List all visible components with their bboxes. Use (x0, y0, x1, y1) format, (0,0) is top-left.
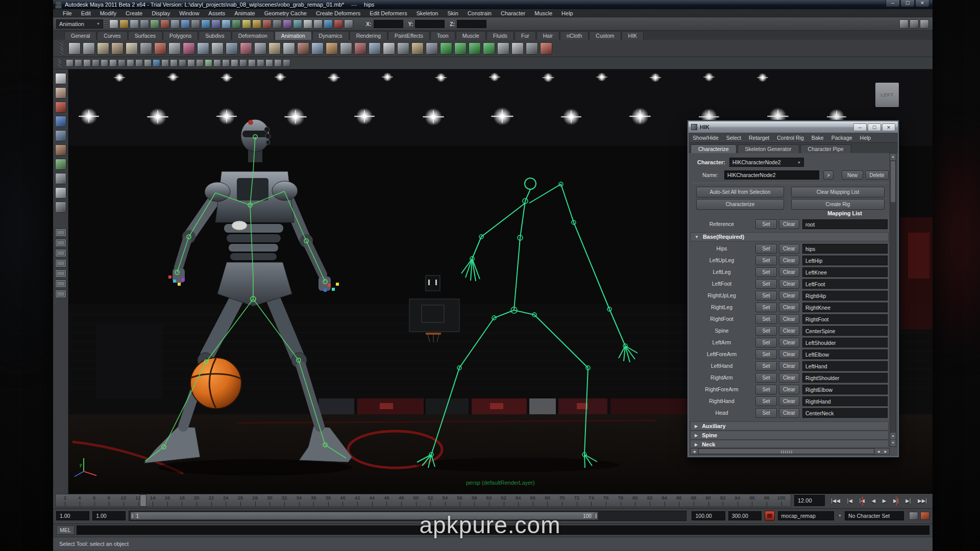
mapping-value-field[interactable]: RightFoot (802, 314, 888, 324)
hik-horizontal-scrollbar[interactable]: ◀ ◀ ▶ (690, 448, 890, 455)
layout-shortcut-button[interactable] (55, 239, 66, 247)
status-icon[interactable] (140, 19, 149, 29)
viewport-toolbar-icon[interactable] (109, 59, 117, 67)
shelf-tool-icon[interactable] (411, 42, 424, 55)
mapping-value-field[interactable]: RightHand (802, 396, 888, 406)
mel-input[interactable] (77, 525, 929, 535)
create-rig-button[interactable]: Create Rig (791, 199, 885, 210)
delete-button[interactable]: Delete (865, 170, 889, 180)
window-control-button[interactable]: ☐ (900, 0, 915, 7)
shelf-tool-icon[interactable] (426, 42, 438, 55)
menu-item[interactable]: Edit Deformers (365, 10, 411, 16)
set-button[interactable]: Set (755, 303, 777, 312)
status-icon[interactable] (201, 19, 210, 29)
range-slider-bar[interactable]: 1 100 (130, 512, 598, 520)
scroll-down-icon[interactable]: ▼ (890, 440, 896, 446)
status-icon[interactable] (119, 19, 129, 29)
set-button[interactable]: Set (755, 256, 777, 265)
clear-button[interactable]: Clear (779, 256, 799, 265)
clear-button[interactable]: Clear (779, 326, 799, 336)
shelf-tool-icon[interactable] (526, 42, 538, 55)
shelf-tool-icon[interactable] (454, 42, 467, 55)
status-icon[interactable] (334, 19, 343, 29)
scrollbar-thumb[interactable] (699, 449, 874, 454)
set-button[interactable]: Set (755, 326, 777, 336)
shelf-tool-icon[interactable] (240, 42, 252, 55)
viewport-toolbar-grip[interactable] (58, 59, 61, 68)
clear-button[interactable]: Clear (779, 279, 799, 289)
set-button[interactable]: Set (755, 408, 777, 418)
toolbox-tool-icon[interactable] (55, 87, 66, 98)
anim-layer-dropdown[interactable]: mocap_remap (778, 511, 835, 520)
current-frame-marker[interactable] (140, 494, 146, 507)
viewport-toolbar-icon[interactable] (179, 59, 186, 67)
set-button[interactable]: Set (755, 396, 777, 406)
animation-start-field[interactable]: 1.00 (56, 511, 89, 520)
menu-item[interactable]: Help (557, 10, 578, 16)
clear-button[interactable]: Clear (779, 408, 799, 418)
shelf-tab[interactable]: Muscle (456, 31, 486, 40)
shelf-tool-icon[interactable] (97, 42, 109, 55)
viewport-toolbar-icon[interactable] (135, 59, 143, 67)
set-button[interactable]: Set (755, 349, 777, 359)
hik-menu-item[interactable]: Bake (812, 135, 824, 141)
menu-item[interactable]: Geometry Cache (260, 10, 311, 16)
playback-button[interactable]: |◀ (847, 498, 852, 504)
status-icon[interactable] (150, 19, 159, 29)
playback-end-field[interactable]: 100.00 (692, 511, 725, 520)
status-icon[interactable] (344, 19, 353, 29)
shelf-tab[interactable]: Dynamics (312, 31, 349, 40)
hik-menu-item[interactable]: Select (726, 135, 741, 141)
view-layout-icon[interactable] (899, 19, 909, 29)
character-set-dropdown[interactable]: No Character Set (845, 511, 904, 520)
viewport-toolbar-icon[interactable] (274, 59, 282, 67)
mapping-value-field[interactable]: hips (802, 244, 888, 254)
clear-mapping-button[interactable]: Clear Mapping List (791, 187, 885, 197)
view-layout-icon[interactable] (910, 19, 919, 29)
status-icon[interactable] (303, 19, 312, 29)
hik-vertical-scrollbar[interactable]: ▲ ▲ ▼ (890, 153, 896, 447)
hik-tab[interactable]: Skeleton Generator (738, 144, 799, 153)
animation-end-field[interactable]: 300.00 (728, 511, 762, 520)
viewport-toolbar-icon[interactable] (153, 59, 160, 67)
menu-item[interactable]: Skeleton (412, 10, 443, 16)
range-handle-right[interactable] (594, 513, 598, 519)
viewport-toolbar-icon[interactable] (231, 59, 238, 67)
mapping-value-field[interactable]: RightShoulder (802, 373, 888, 383)
clear-button[interactable]: Clear (779, 244, 799, 254)
shelf-tab[interactable]: Toon (430, 31, 455, 40)
menu-item[interactable]: File (58, 10, 77, 16)
status-icon[interactable] (191, 19, 200, 29)
shelf-tool-icon[interactable] (168, 42, 181, 55)
clear-button[interactable]: Clear (779, 385, 799, 394)
scroll-right-icon[interactable]: ▶ (882, 448, 889, 454)
shelf-tab[interactable]: Polygons (163, 31, 198, 40)
clear-button[interactable]: Clear (779, 303, 799, 312)
viewport-toolbar-icon[interactable] (205, 59, 212, 67)
mel-label[interactable]: MEL (56, 525, 75, 535)
shelf-tab[interactable]: Custom (589, 31, 621, 40)
shelf-tool-icon[interactable] (197, 42, 209, 55)
clear-button[interactable]: Clear (779, 267, 799, 277)
menu-item[interactable]: Skin (443, 10, 462, 16)
expand-button[interactable]: > (823, 170, 834, 180)
mapping-value-field[interactable]: LeftHand (802, 361, 888, 371)
scrollbar-thumb[interactable] (891, 161, 895, 202)
playback-start-field[interactable]: 1.00 (92, 511, 126, 520)
shelf-tool-icon[interactable] (354, 42, 366, 55)
view-layout-icon[interactable] (920, 19, 929, 29)
base-section-header[interactable]: ▼ Base(Required) (690, 232, 889, 241)
viewport-toolbar-icon[interactable] (222, 59, 230, 67)
status-icon[interactable] (252, 19, 261, 29)
collapsed-section-header[interactable]: ▶ Neck (690, 440, 889, 447)
shelf-tab[interactable]: Fluids (486, 31, 514, 40)
menu-item[interactable]: Modify (95, 10, 121, 16)
shelf-tab[interactable]: Surfaces (128, 31, 162, 40)
reference-value-field[interactable]: root (802, 219, 888, 229)
shelf-tool-icon[interactable] (497, 42, 509, 55)
toolbox-tool-icon[interactable] (55, 202, 66, 213)
status-icon[interactable] (262, 19, 272, 29)
viewport-toolbar-icon[interactable] (213, 59, 221, 67)
shelf-tab[interactable]: Curves (97, 31, 127, 40)
set-button[interactable]: Set (755, 219, 777, 229)
